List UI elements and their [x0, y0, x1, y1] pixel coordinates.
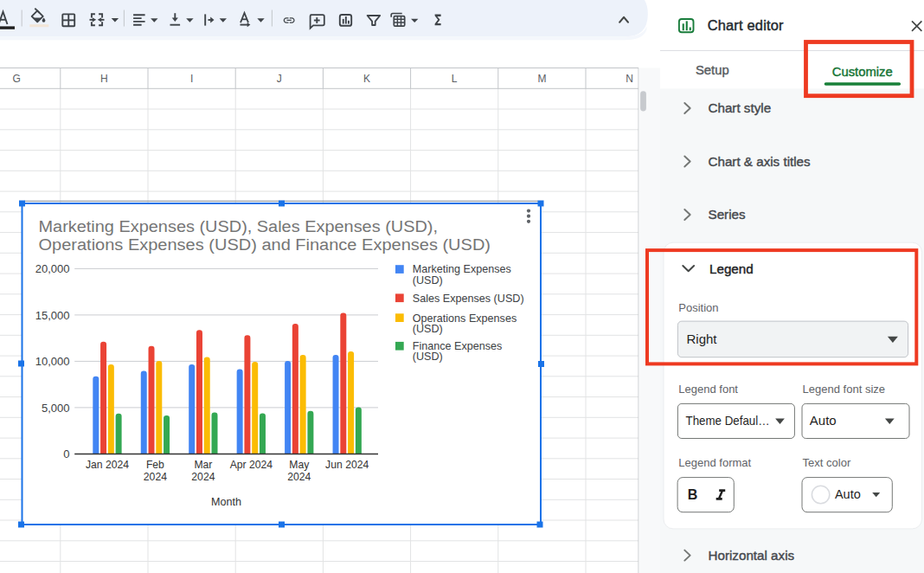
svg-text:2024: 2024 [191, 471, 215, 483]
svg-text:Chart style: Chart style [709, 100, 772, 115]
svg-text:Auto: Auto [810, 413, 837, 428]
svg-text:2024: 2024 [144, 471, 167, 483]
svg-text:Auto: Auto [835, 487, 861, 501]
svg-text:Setup: Setup [696, 63, 729, 77]
svg-text:Jun 2024: Jun 2024 [325, 459, 369, 471]
svg-text:Position: Position [678, 301, 718, 314]
svg-text:G: G [13, 73, 21, 85]
svg-text:Horizontal axis: Horizontal axis [709, 548, 795, 563]
svg-text:20,000: 20,000 [35, 262, 70, 275]
svg-text:May: May [289, 459, 310, 471]
svg-text:Text color: Text color [803, 456, 851, 469]
svg-text:Theme Defaul…: Theme Defaul… [686, 414, 770, 428]
svg-text:15,000: 15,000 [35, 309, 70, 322]
svg-text:Legend font size: Legend font size [803, 383, 885, 396]
svg-text:Sales Expenses (USD): Sales Expenses (USD) [413, 293, 524, 305]
svg-text:Legend: Legend [709, 261, 754, 276]
svg-text:Series: Series [709, 207, 746, 222]
svg-text:Legend font: Legend font [678, 383, 738, 396]
svg-text:Operations Expenses (USD) and: Operations Expenses (USD) and Finance Ex… [39, 236, 491, 254]
svg-text:Chart & axis titles: Chart & axis titles [709, 154, 812, 169]
svg-text:M: M [537, 73, 546, 85]
svg-text:(USD): (USD) [413, 274, 443, 286]
svg-text:(USD): (USD) [413, 351, 443, 363]
svg-text:K: K [363, 73, 370, 85]
svg-text:Right: Right [687, 332, 718, 346]
svg-text:H: H [100, 73, 108, 85]
svg-text:(USD): (USD) [413, 323, 443, 335]
svg-text:Feb: Feb [146, 459, 164, 471]
svg-text:5,000: 5,000 [42, 402, 70, 415]
svg-text:Marketing Expenses (USD), Sale: Marketing Expenses (USD), Sales Expenses… [39, 218, 439, 235]
svg-text:Apr 2024: Apr 2024 [230, 459, 273, 471]
svg-text:J: J [277, 73, 282, 85]
svg-text:10,000: 10,000 [35, 355, 70, 368]
svg-text:Chart editor: Chart editor [708, 17, 784, 33]
svg-text:0: 0 [63, 447, 69, 460]
svg-text:I: I [190, 73, 193, 85]
svg-text:Month: Month [211, 496, 241, 508]
svg-text:Mar: Mar [194, 459, 212, 471]
svg-text:Legend format: Legend format [678, 456, 751, 469]
svg-text:N: N [626, 73, 633, 85]
svg-text:Jan 2024: Jan 2024 [86, 459, 129, 471]
svg-text:2024: 2024 [287, 471, 311, 483]
svg-text:B: B [688, 487, 698, 502]
svg-text:L: L [452, 73, 458, 85]
svg-text:Customize: Customize [832, 65, 893, 79]
